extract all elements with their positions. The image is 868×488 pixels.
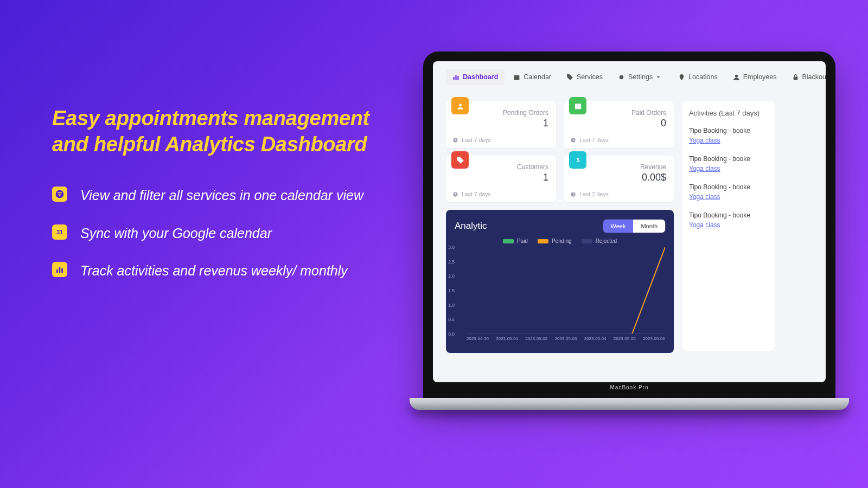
seg-month[interactable]: Month — [633, 220, 665, 233]
history-icon — [452, 137, 458, 143]
activity-title: Tipo Booking - booke — [689, 127, 768, 134]
nav-calendar[interactable]: Calendar — [507, 69, 558, 85]
calendar-icon — [513, 74, 520, 81]
activity-item: Tipo Booking - bookeYoga class — [689, 155, 768, 172]
feature-text: Track activities and revenus weekly/ mon… — [80, 261, 348, 281]
x-tick: 2023-05-05 — [614, 336, 636, 341]
nav-label: Services — [577, 73, 603, 81]
nav-locations[interactable]: Locations — [672, 69, 724, 85]
nav-services[interactable]: Services — [560, 69, 609, 85]
svg-rect-14 — [793, 76, 797, 80]
svg-rect-7 — [454, 76, 455, 79]
card-revenue: $ Revenue 0.00$ Last 7 days — [564, 156, 674, 202]
feature-text: Sync with your Google calendar — [80, 223, 272, 244]
seg-week[interactable]: Week — [603, 220, 634, 233]
activity-link[interactable]: Yoga class — [689, 221, 720, 229]
bar-chart-icon — [452, 74, 459, 81]
card-footer: Last 7 days — [452, 137, 491, 143]
nav-label: Calendar — [524, 73, 551, 81]
bar-chart-icon — [52, 262, 67, 277]
nav-settings[interactable]: Settings — [611, 69, 667, 85]
card-pending-orders: Pending Orders 1 Last 7 days — [446, 101, 556, 148]
activity-item: Tipo Booking - bookeYoga class — [689, 127, 768, 144]
calendar-icon — [569, 97, 586, 114]
laptop-label: MacBook Pro — [433, 382, 826, 394]
svg-rect-1 — [58, 192, 62, 193]
series-pending — [467, 247, 665, 334]
svg-point-13 — [735, 74, 737, 77]
headline: Easy appointments management and helpful… — [52, 106, 388, 157]
legend-label: Rejected — [596, 238, 617, 244]
nav-dashboard[interactable]: Dashboard — [446, 69, 505, 85]
svg-rect-3 — [59, 195, 61, 196]
activity-link[interactable]: Yoga class — [689, 165, 720, 172]
x-axis: 2023-04-302023-05-012023-05-022023-05-03… — [467, 336, 665, 341]
legend-label: Paid — [517, 238, 528, 244]
feature-item: Track activities and revenus weekly/ mon… — [52, 261, 388, 281]
filter-icon — [52, 187, 67, 202]
legend-pending: Pending — [538, 238, 572, 244]
svg-rect-2 — [58, 194, 61, 194]
activity-title: Tipo Booking - booke — [689, 211, 768, 219]
history-icon — [570, 137, 576, 143]
card-value: 0 — [570, 118, 666, 129]
activity-item: Tipo Booking - bookeYoga class — [689, 183, 768, 201]
feature-list: View and filter all services in one cale… — [52, 185, 388, 281]
nav-label: Employees — [743, 73, 777, 81]
laptop-base — [410, 398, 849, 410]
tag-icon — [566, 74, 573, 81]
activity-link[interactable]: Yoga class — [689, 193, 720, 201]
user-icon — [733, 74, 740, 81]
x-tick: 2023-04-30 — [467, 336, 489, 341]
card-value: 0.00$ — [570, 172, 666, 183]
card-footer: Last 7 days — [452, 191, 491, 197]
svg-rect-5 — [59, 267, 61, 273]
svg-point-16 — [459, 104, 462, 106]
activity-item: Tipo Booking - bookeYoga class — [689, 211, 768, 229]
svg-text:$: $ — [576, 157, 579, 163]
history-icon — [452, 191, 458, 197]
chart-area: 3.02.52.01.51.00.50.0 — [467, 247, 665, 334]
card-footer-text: Last 7 days — [579, 191, 609, 197]
card-footer-text: Last 7 days — [462, 137, 491, 143]
svg-rect-4 — [56, 269, 58, 273]
nav-employees[interactable]: Employees — [726, 69, 783, 85]
laptop-bezel: Dashboard Calendar Services Settings — [423, 52, 835, 398]
feature-item: 31 Sync with your Google calendar — [52, 223, 388, 244]
nav-label: Locations — [688, 73, 718, 81]
pin-icon — [678, 74, 685, 81]
card-footer: Last 7 days — [570, 137, 609, 143]
analytic-title: Analytic — [455, 221, 487, 232]
card-footer-text: Last 7 days — [579, 137, 609, 143]
x-tick: 2023-05-02 — [525, 336, 547, 341]
x-tick: 2023-05-01 — [496, 336, 518, 341]
card-footer: Last 7 days — [570, 191, 609, 197]
activities-heading: Activities (Last 7 days) — [689, 109, 768, 117]
x-tick: 2023-05-03 — [555, 336, 577, 341]
nav-blackouts[interactable]: Blackouts — [786, 69, 826, 85]
card-value: 1 — [452, 172, 548, 183]
range-segment: Week Month — [603, 220, 666, 233]
tag-icon — [451, 151, 469, 169]
card-paid-orders: Paid Orders 0 Last 7 days — [564, 101, 674, 148]
nav-label: Blackouts — [802, 73, 826, 81]
activity-link[interactable]: Yoga class — [689, 137, 720, 144]
svg-rect-8 — [455, 75, 456, 80]
x-tick: 2023-05-06 — [643, 336, 665, 341]
activity-title: Tipo Booking - booke — [689, 183, 768, 191]
laptop-mockup: Dashboard Calendar Services Settings — [423, 52, 868, 410]
screen-content: Dashboard Calendar Services Settings — [433, 61, 826, 382]
svg-point-12 — [620, 75, 624, 79]
svg-rect-6 — [61, 268, 63, 273]
dollar-icon: $ — [569, 151, 586, 169]
navbar: Dashboard Calendar Services Settings — [446, 69, 826, 85]
nav-label: Dashboard — [463, 73, 498, 81]
activities-panel: Activities (Last 7 days) Tipo Booking - … — [682, 101, 775, 351]
chart-legend: Paid Pending Rejected — [455, 238, 665, 244]
user-circle-icon — [451, 97, 469, 114]
marketing-copy: Easy appointments management and helpful… — [52, 106, 388, 299]
legend-rejected: Rejected — [582, 238, 617, 244]
gear-icon — [618, 74, 625, 81]
card-footer-text: Last 7 days — [462, 191, 491, 197]
nav-label: Settings — [628, 73, 653, 81]
